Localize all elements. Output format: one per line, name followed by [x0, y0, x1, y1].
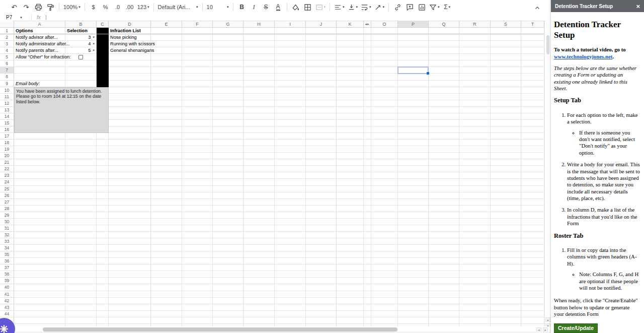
- cell-A42[interactable]: [14, 298, 65, 304]
- cell-C37[interactable]: [97, 264, 109, 271]
- cell-I4[interactable]: [275, 47, 306, 54]
- cell-O28[interactable]: [371, 206, 398, 212]
- cell-J16[interactable]: [306, 126, 337, 133]
- cell-J2[interactable]: [306, 34, 337, 41]
- cell-D36[interactable]: [109, 258, 151, 264]
- merge-cells-button[interactable]: ▾: [314, 2, 328, 13]
- cell-K18[interactable]: [337, 140, 364, 146]
- cell-T22[interactable]: [521, 166, 544, 172]
- cell-A30[interactable]: [14, 219, 65, 225]
- cell-J44[interactable]: [306, 311, 337, 317]
- cell-E30[interactable]: [151, 219, 182, 225]
- cell-D20[interactable]: [109, 153, 151, 159]
- cell-E36[interactable]: [151, 258, 182, 264]
- cell-Q2[interactable]: [429, 34, 459, 41]
- cell-B2[interactable]: 3▾: [65, 34, 97, 41]
- cell-C29[interactable]: [97, 212, 109, 219]
- cell-G28[interactable]: [213, 206, 244, 212]
- cell-C35[interactable]: [97, 251, 109, 258]
- cell-S31[interactable]: [491, 225, 521, 232]
- column-header-T[interactable]: T: [521, 21, 544, 28]
- cell-K31[interactable]: [337, 225, 364, 232]
- cell-G6[interactable]: [213, 60, 244, 67]
- selected-cell-P7[interactable]: [397, 66, 429, 74]
- cell-P37[interactable]: [398, 264, 429, 271]
- cell-B33[interactable]: [65, 238, 97, 245]
- cell-F41[interactable]: [182, 291, 213, 298]
- cell-H10[interactable]: [244, 87, 275, 94]
- cell-J8[interactable]: [306, 74, 337, 80]
- cell-G22[interactable]: [213, 166, 244, 172]
- row-header-30[interactable]: 30: [0, 219, 14, 225]
- cell-F5[interactable]: [182, 54, 213, 60]
- cell-K35[interactable]: [337, 251, 364, 258]
- cell-A23[interactable]: [14, 172, 65, 179]
- cell-Q35[interactable]: [429, 251, 459, 258]
- row-header-5[interactable]: 5: [0, 54, 14, 60]
- cell-C1[interactable]: [97, 28, 109, 34]
- cell-H43[interactable]: [244, 304, 275, 311]
- cell-S25[interactable]: [491, 186, 521, 192]
- cell-hidden29[interactable]: [364, 212, 371, 219]
- cell-G1[interactable]: [213, 28, 244, 34]
- cell-D17[interactable]: [109, 133, 151, 140]
- cell-I18[interactable]: [275, 140, 306, 146]
- cell-J14[interactable]: [306, 113, 337, 120]
- cell-J3[interactable]: [306, 41, 337, 47]
- cell-K26[interactable]: [337, 192, 364, 199]
- cell-A38[interactable]: [14, 271, 65, 278]
- cell-A41[interactable]: [14, 291, 65, 298]
- row-header-8[interactable]: 8: [0, 74, 14, 80]
- cell-R6[interactable]: [459, 60, 491, 67]
- cell-B38[interactable]: [65, 271, 97, 278]
- row-header-27[interactable]: 27: [0, 199, 14, 206]
- cell-I13[interactable]: [275, 107, 306, 113]
- cell-H18[interactable]: [244, 140, 275, 146]
- cell-P41[interactable]: [398, 291, 429, 298]
- cell-E14[interactable]: [151, 113, 182, 120]
- cell-D18[interactable]: [109, 140, 151, 146]
- cell-T14[interactable]: [521, 113, 544, 120]
- cell-D34[interactable]: [109, 245, 151, 251]
- cell-E45[interactable]: [151, 317, 182, 324]
- cell-H25[interactable]: [244, 186, 275, 192]
- cell-S44[interactable]: [491, 311, 521, 317]
- cell-T5[interactable]: [521, 54, 544, 60]
- cell-B37[interactable]: [65, 264, 97, 271]
- cell-hidden6[interactable]: [364, 60, 371, 67]
- cell-S38[interactable]: [491, 271, 521, 278]
- cell-K40[interactable]: [337, 284, 364, 291]
- cell-S5[interactable]: [491, 54, 521, 60]
- cell-J30[interactable]: [306, 219, 337, 225]
- cell-H1[interactable]: [244, 28, 275, 34]
- cell-G23[interactable]: [213, 172, 244, 179]
- redo-button[interactable]: ↷: [20, 2, 32, 13]
- cell-G12[interactable]: [213, 100, 244, 107]
- cell-E3[interactable]: [151, 41, 182, 47]
- cell-K7[interactable]: [337, 67, 364, 74]
- cell-K38[interactable]: [337, 271, 364, 278]
- cell-R25[interactable]: [459, 186, 491, 192]
- cell-J39[interactable]: [306, 278, 337, 284]
- cell-A7[interactable]: [14, 67, 65, 74]
- cell-P15[interactable]: [398, 120, 429, 126]
- cell-Q29[interactable]: [429, 212, 459, 219]
- cell-R7[interactable]: [459, 67, 491, 74]
- cell-Q11[interactable]: [429, 94, 459, 100]
- row-header-13[interactable]: 13: [0, 107, 14, 113]
- cell-K4[interactable]: [337, 47, 364, 54]
- cell-H7[interactable]: [244, 67, 275, 74]
- cell-T33[interactable]: [521, 238, 544, 245]
- cell-H13[interactable]: [244, 107, 275, 113]
- cell-hidden18[interactable]: [364, 140, 371, 146]
- cell-S10[interactable]: [491, 87, 521, 94]
- cell-hidden25[interactable]: [364, 186, 371, 192]
- cell-D24[interactable]: [109, 179, 151, 185]
- cell-R15[interactable]: [459, 120, 491, 126]
- column-header-B[interactable]: B: [65, 21, 97, 28]
- cell-T12[interactable]: [521, 100, 544, 107]
- cell-S36[interactable]: [491, 258, 521, 264]
- cell-D2[interactable]: Nose picking: [109, 34, 151, 41]
- cell-C34[interactable]: [97, 245, 109, 251]
- close-icon[interactable]: ×: [636, 3, 640, 10]
